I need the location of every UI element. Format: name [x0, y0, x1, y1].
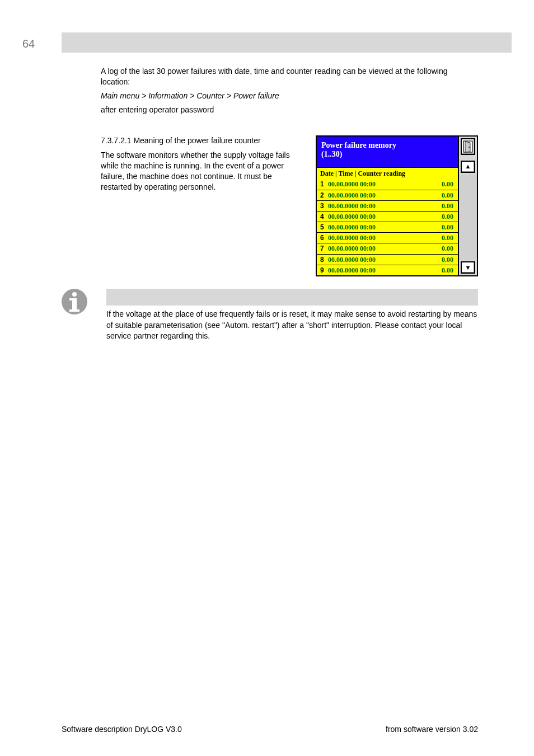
chevron-down-icon: ▼ — [465, 264, 471, 272]
hmi-rows: 100.00.0000 00:000.00200.00.0000 00:000.… — [317, 179, 458, 275]
row-index: 4 — [320, 212, 328, 221]
intro-line2: after entering operator password — [101, 105, 478, 115]
info-bar — [106, 289, 478, 306]
hmi-subtitle: Date | Time | Counter reading — [317, 167, 458, 179]
row-datetime: 00.00.0000 00:00 — [328, 255, 442, 264]
row-index: 3 — [320, 201, 328, 210]
svg-point-2 — [469, 147, 470, 148]
hmi-title: Power failure memory (1..30) — [317, 137, 458, 168]
row-value: 0.00 — [442, 223, 455, 232]
hmi-row: 800.00.0000 00:000.00 — [317, 255, 458, 265]
chevron-up-icon: ▲ — [465, 162, 471, 171]
row-index: 5 — [320, 223, 328, 232]
intro-menu-path: Main menu > Information > Counter > Powe… — [101, 91, 279, 100]
row-value: 0.00 — [442, 266, 455, 275]
row-value: 0.00 — [442, 244, 455, 253]
row-value: 0.00 — [442, 233, 455, 242]
door-icon — [463, 140, 473, 153]
section-heading: 7.3.7.2.1 Meaning of the power failure c… — [101, 135, 303, 146]
row-index: 7 — [320, 244, 328, 253]
row-datetime: 00.00.0000 00:00 — [328, 191, 442, 200]
hmi-row: 100.00.0000 00:000.00 — [317, 179, 458, 190]
scrollbar-track — [459, 175, 477, 260]
row-datetime: 00.00.0000 00:00 — [328, 201, 442, 210]
row-datetime: 00.00.0000 00:00 — [328, 266, 442, 275]
row-value: 0.00 — [442, 212, 455, 221]
row-datetime: 00.00.0000 00:00 — [328, 212, 442, 221]
page-header: 64 — [0, 0, 534, 53]
hmi-row: 600.00.0000 00:000.00 — [317, 233, 458, 243]
row-index: 1 — [320, 180, 328, 189]
hmi-row: 700.00.0000 00:000.00 — [317, 243, 458, 254]
row-index: 2 — [320, 191, 328, 200]
row-index: 9 — [320, 266, 328, 275]
row-value: 0.00 — [442, 191, 455, 200]
info-icon — [62, 289, 87, 314]
row-datetime: 00.00.0000 00:00 — [328, 233, 442, 242]
hmi-title-line1: Power failure memory — [321, 141, 396, 149]
hmi-row: 300.00.0000 00:000.00 — [317, 201, 458, 212]
hmi-row: 900.00.0000 00:000.00 — [317, 265, 458, 275]
hmi-row: 500.00.0000 00:000.00 — [317, 222, 458, 233]
page-number: 64 — [22, 37, 62, 53]
hmi-row: 400.00.0000 00:000.00 — [317, 212, 458, 222]
header-bar — [62, 32, 512, 53]
hmi-title-line2: (1..30) — [321, 150, 342, 158]
row-value: 0.00 — [442, 180, 455, 189]
row-datetime: 00.00.0000 00:00 — [328, 223, 442, 232]
scroll-down-button[interactable]: ▼ — [461, 261, 475, 274]
section-body: The software monitors whether the supply… — [101, 150, 303, 192]
intro-line1: A log of the last 30 power failures with… — [101, 66, 478, 87]
scroll-up-button[interactable]: ▲ — [461, 161, 475, 173]
hmi-row: 200.00.0000 00:000.00 — [317, 190, 458, 201]
row-index: 6 — [320, 233, 328, 242]
exit-button[interactable] — [461, 138, 475, 155]
hmi-panel: Power failure memory (1..30) Date | Time… — [316, 135, 478, 276]
row-value: 0.00 — [442, 255, 455, 264]
info-body: If the voltage at the place of use frequ… — [106, 309, 478, 342]
row-index: 8 — [320, 255, 328, 264]
row-datetime: 00.00.0000 00:00 — [328, 180, 442, 189]
row-value: 0.00 — [442, 201, 455, 210]
row-datetime: 00.00.0000 00:00 — [328, 244, 442, 253]
